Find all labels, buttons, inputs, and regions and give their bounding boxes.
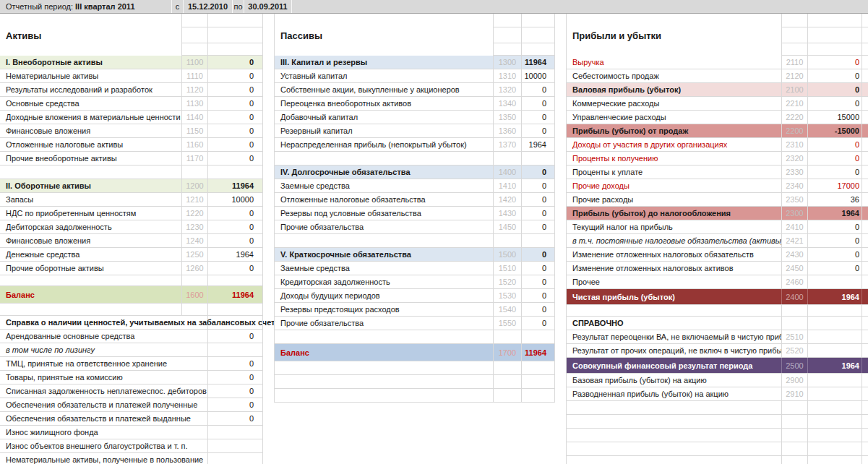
row-value-cell[interactable]: 0	[208, 138, 263, 151]
row-code-cell[interactable]: 2400	[782, 289, 808, 304]
table-row[interactable]: Изменение отложенных налоговых активов 2…	[566, 262, 868, 275]
row-label-cell[interactable]: Результаты исследований и разработок	[0, 83, 182, 96]
row-code-cell[interactable]: 1510	[494, 262, 522, 275]
row-value-cell[interactable]: 15000	[808, 111, 862, 124]
table-row[interactable]: Резервный капитал 1360 0	[274, 124, 555, 138]
row-label-cell[interactable]: Прочие обязательства	[274, 317, 494, 330]
row-label-cell[interactable]: Нераспределенная прибыль (непокрытый убы…	[274, 138, 494, 151]
table-row[interactable]: Справка о наличии ценностей, учитываемых…	[0, 316, 263, 330]
row-code-cell[interactable]	[494, 389, 522, 402]
row-value-cell[interactable]: 0	[522, 179, 555, 192]
row-label-cell[interactable]	[274, 389, 494, 402]
row-value-cell[interactable]	[522, 234, 555, 247]
row-label-cell[interactable]: Чистая прибыль (убыток)	[566, 289, 782, 304]
table-row[interactable]: Текущий налог на прибыль 2410 0	[566, 220, 868, 234]
row-label-cell[interactable]: Результат переоценки ВА, не включаемый в…	[566, 330, 782, 343]
row-value-cell[interactable]: 0	[808, 56, 862, 69]
row-label-cell[interactable]	[274, 361, 494, 374]
row-label-cell[interactable]: Износ жилищного фонда	[0, 426, 208, 439]
table-row[interactable]: Дебиторская задолженность 1230 0	[0, 220, 263, 234]
row-code-cell[interactable]: 1550	[494, 317, 522, 330]
row-code-cell[interactable]: 1450	[494, 220, 522, 233]
row-label-cell[interactable]: Заемные средства	[274, 262, 494, 275]
table-row[interactable]: Финансовые вложения 1240 0	[0, 234, 263, 248]
table-row[interactable]: Изменение отложенных налоговых обязатель…	[566, 248, 868, 262]
row-label-cell[interactable]: Результат от прочих операций, не включ в…	[566, 344, 782, 357]
row-label-cell[interactable]: Добавочный капитал	[274, 111, 494, 124]
row-value-cell[interactable]: 0	[208, 412, 263, 425]
row-label-cell[interactable]: Износ объектов внешнего благоустройства …	[0, 439, 208, 452]
row-value-cell[interactable]: 1964	[808, 358, 862, 373]
row-code-cell[interactable]: 1410	[494, 179, 522, 192]
row-label-cell[interactable]: Резервный капитал	[274, 124, 494, 137]
row-code-cell[interactable]: 2520	[782, 344, 808, 357]
row-label-cell[interactable]: Справка о наличии ценностей, учитываемых…	[0, 316, 208, 329]
row-code-cell[interactable]: 2510	[782, 330, 808, 343]
row-value-cell[interactable]	[522, 361, 555, 374]
row-value-cell[interactable]: 0	[208, 124, 263, 137]
row-value-cell[interactable]	[808, 429, 862, 442]
row-code-cell[interactable]: 2500	[782, 358, 808, 373]
table-row[interactable]: Валовая прибыль (убыток) 2100 0	[566, 83, 868, 97]
row-code-cell[interactable]: 1520	[494, 275, 522, 288]
table-row[interactable]: Совокупный финансовый результат периода …	[566, 358, 868, 374]
table-row[interactable]	[274, 361, 555, 375]
row-code-cell[interactable]: 1370	[494, 138, 522, 151]
row-label-cell[interactable]: Уставный капитал	[274, 69, 494, 82]
row-value-cell[interactable]: 0	[208, 262, 263, 275]
row-code-cell[interactable]: 2330	[782, 166, 808, 179]
table-row[interactable]: V. Краткосрочные обязательства 1500 0	[274, 248, 555, 262]
row-label-cell[interactable]: Дебиторская задолженность	[0, 220, 182, 233]
row-label-cell[interactable]	[566, 305, 782, 316]
row-code-cell[interactable]: 1260	[182, 262, 208, 275]
row-code-cell[interactable]: 2900	[782, 374, 808, 387]
table-row[interactable]: Прочие внеоборотные активы 1170 0	[0, 152, 263, 166]
row-code-cell[interactable]: 1160	[182, 138, 208, 151]
row-label-cell[interactable]: Нематериальные активы	[0, 69, 182, 82]
row-code-cell[interactable]: 1600	[182, 286, 208, 303]
row-code-cell[interactable]: 2350	[782, 193, 808, 206]
row-value-cell[interactable]: 0	[208, 220, 263, 233]
row-label-cell[interactable]: Денежные средства	[0, 248, 182, 261]
table-row[interactable]: Результаты исследований и разработок 112…	[0, 83, 263, 97]
row-label-cell[interactable]: Обеспечения обязательств и платежей полу…	[0, 398, 208, 411]
row-code-cell[interactable]	[494, 330, 522, 343]
row-value-cell[interactable]	[208, 166, 263, 179]
row-label-cell[interactable]: в т.ч. постоянные налоговые обязательств…	[566, 234, 782, 247]
table-row[interactable]: Переоценка внеоборотных активов 1340 0	[274, 97, 555, 111]
row-label-cell[interactable]	[566, 456, 782, 464]
row-value-cell[interactable]	[522, 389, 555, 402]
row-value-cell[interactable]: 0	[208, 207, 263, 220]
row-value-cell[interactable]	[208, 439, 263, 452]
table-row[interactable]: Финансовые вложения 1150 0	[0, 124, 263, 138]
row-label-cell[interactable]: в том числе по лизингу	[0, 343, 208, 356]
table-row[interactable]	[274, 389, 555, 403]
row-value-cell[interactable]: 0	[808, 248, 862, 261]
row-code-cell[interactable]	[782, 442, 808, 455]
row-code-cell[interactable]	[782, 317, 808, 330]
row-value-cell[interactable]	[522, 330, 555, 343]
row-code-cell[interactable]: 2300	[782, 207, 808, 220]
row-label-cell[interactable]: Отложенные налоговые обязательства	[274, 193, 494, 206]
row-label-cell[interactable]	[566, 442, 782, 455]
row-code-cell[interactable]: 2340	[782, 179, 808, 192]
row-label-cell[interactable]: I. Внеоборотные активы	[0, 56, 182, 69]
row-value-cell[interactable]	[808, 387, 862, 400]
row-value-cell[interactable]: 0	[208, 371, 263, 384]
row-value-cell[interactable]: 0	[522, 220, 555, 233]
table-row[interactable]	[566, 442, 868, 456]
row-value-cell[interactable]: 0	[808, 152, 862, 165]
row-code-cell[interactable]: 2200	[782, 124, 808, 137]
row-label-cell[interactable]	[274, 375, 494, 388]
table-row[interactable]: Нераспределенная прибыль (непокрытый убы…	[274, 138, 555, 152]
row-value-cell[interactable]: 0	[522, 111, 555, 124]
row-label-cell[interactable]: Коммерческие расходы	[566, 97, 782, 110]
row-code-cell[interactable]: 1400	[494, 166, 522, 179]
table-row[interactable]: Прибыль (убыток) от продаж 2200 -15000	[566, 124, 868, 138]
table-row[interactable]: Базовая прибыль (убыток) на акцию 2900	[566, 374, 868, 387]
row-code-cell[interactable]: 2450	[782, 262, 808, 275]
row-label-cell[interactable]: Запасы	[0, 193, 182, 206]
table-row[interactable]: Прочее 2460	[566, 275, 868, 289]
row-code-cell[interactable]: 2421	[782, 234, 808, 247]
row-value-cell[interactable]: 0	[208, 69, 263, 82]
